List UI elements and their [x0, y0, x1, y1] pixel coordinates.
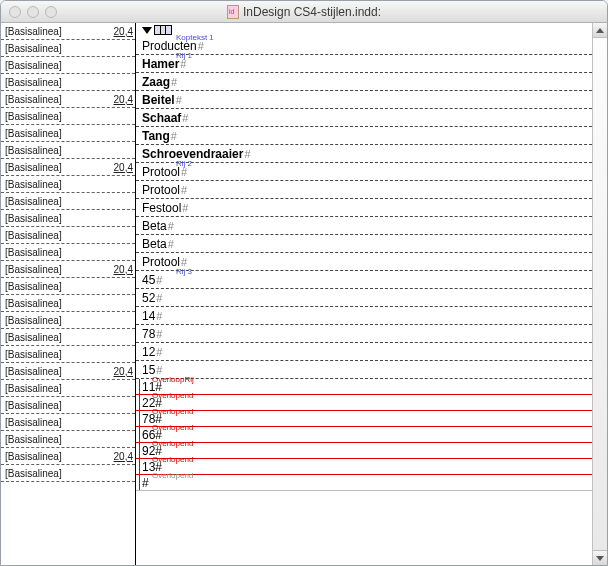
overset-row[interactable]: 92#Overlopend	[136, 443, 607, 459]
cell-text: 78	[142, 327, 155, 341]
end-marker: #	[176, 94, 182, 106]
table-row[interactable]: Beta#	[136, 217, 607, 235]
table-row[interactable]: Beta#	[136, 235, 607, 253]
style-row: [Basisalinea]20,4	[1, 363, 135, 380]
cell-text: Beta	[142, 219, 167, 233]
style-label: [Basisalinea]	[5, 383, 62, 394]
overset-row[interactable]: #Overlopend	[136, 475, 607, 491]
table-row[interactable]: 14#	[136, 307, 607, 325]
style-row: [Basisalinea]	[1, 346, 135, 363]
table-row[interactable]: Protool#	[136, 181, 607, 199]
overset-annotation: Overlopend	[152, 439, 193, 448]
end-marker: #	[142, 476, 149, 490]
style-label: [Basisalinea]	[5, 247, 62, 258]
end-marker: #	[181, 256, 187, 268]
style-label: [Basisalinea]	[5, 434, 62, 445]
end-marker: #	[156, 346, 162, 358]
titlebar[interactable]: InDesign CS4-stijlen.indd:	[1, 1, 607, 23]
minimize-icon[interactable]	[27, 6, 39, 18]
style-row: [Basisalinea]	[1, 431, 135, 448]
table-row[interactable]: 52#	[136, 289, 607, 307]
close-icon[interactable]	[9, 6, 21, 18]
style-row: [Basisalinea]	[1, 142, 135, 159]
overset-row[interactable]: 22#Overlopend	[136, 395, 607, 411]
overset-row[interactable]: 78#Overlopend	[136, 411, 607, 427]
overset-annotation: Overlopend	[152, 471, 193, 480]
style-label: [Basisalinea]	[5, 77, 62, 88]
document-rows: Producten#Koptekst 1Hamer#Rij 1Zaag#Beit…	[136, 37, 607, 491]
style-label: [Basisalinea]	[5, 196, 62, 207]
cell-text: 14	[142, 309, 155, 323]
style-row: [Basisalinea]	[1, 210, 135, 227]
style-row: [Basisalinea]20,4	[1, 91, 135, 108]
style-row: [Basisalinea]	[1, 227, 135, 244]
zoom-icon[interactable]	[45, 6, 57, 18]
overset-row[interactable]: 11#OverloopRij	[136, 379, 607, 395]
table-row[interactable]: Schroevendraaier#	[136, 145, 607, 163]
table-row[interactable]: Zaag#	[136, 73, 607, 91]
table-row[interactable]: Beitel#	[136, 91, 607, 109]
style-label: [Basisalinea]	[5, 400, 62, 411]
table-row[interactable]: Producten#Koptekst 1	[136, 37, 607, 55]
style-row: [Basisalinea]20,4	[1, 448, 135, 465]
table-row[interactable]: Festool#	[136, 199, 607, 217]
style-row: [Basisalinea]	[1, 57, 135, 74]
table-row[interactable]: Tang#	[136, 127, 607, 145]
cell-text: Beitel	[142, 93, 175, 107]
table-row[interactable]: Protool#	[136, 253, 607, 271]
cell-text: Protool	[142, 183, 180, 197]
table-icon	[154, 25, 172, 35]
style-label: [Basisalinea]	[5, 43, 62, 54]
style-label: [Basisalinea]	[5, 349, 62, 360]
style-row: [Basisalinea]	[1, 74, 135, 91]
cell-text: Zaag	[142, 75, 170, 89]
table-row[interactable]: 15#	[136, 361, 607, 379]
scroll-up-icon[interactable]	[593, 23, 607, 38]
styles-panel: [Basisalinea]20,4[Basisalinea][Basisalin…	[1, 23, 136, 565]
table-row[interactable]: Hamer#Rij 1	[136, 55, 607, 73]
cell-text: Protool	[142, 255, 180, 269]
disclosure-triangle-icon[interactable]	[142, 27, 152, 34]
end-marker: #	[244, 148, 250, 160]
style-row: [Basisalinea]	[1, 244, 135, 261]
style-number: 20,4	[114, 366, 133, 377]
title-center: InDesign CS4-stijlen.indd:	[1, 5, 607, 19]
overset-annotation: Overlopend	[152, 391, 193, 400]
end-marker: #	[171, 130, 177, 142]
row-annotation: Rij 2	[176, 159, 192, 168]
table-row[interactable]: 45#Rij 3	[136, 271, 607, 289]
style-label: [Basisalinea]	[5, 128, 62, 139]
document-icon	[227, 5, 239, 19]
overset-row[interactable]: 66#Overlopend	[136, 427, 607, 443]
end-marker: #	[156, 364, 162, 376]
overset-annotation: OverloopRij	[152, 375, 194, 384]
end-marker: #	[156, 328, 162, 340]
end-marker: #	[168, 220, 174, 232]
style-label: [Basisalinea]	[5, 366, 62, 377]
style-row: [Basisalinea]	[1, 125, 135, 142]
row-annotation: Koptekst 1	[176, 33, 214, 42]
table-row[interactable]: Protool#Rij 2	[136, 163, 607, 181]
style-row: [Basisalinea]	[1, 380, 135, 397]
style-label: [Basisalinea]	[5, 332, 62, 343]
style-row: [Basisalinea]20,4	[1, 23, 135, 40]
style-row: [Basisalinea]	[1, 295, 135, 312]
table-row[interactable]: 12#	[136, 343, 607, 361]
table-row[interactable]: 78#	[136, 325, 607, 343]
style-label: [Basisalinea]	[5, 281, 62, 292]
style-row: [Basisalinea]	[1, 329, 135, 346]
scroll-down-icon[interactable]	[593, 550, 607, 565]
end-marker: #	[168, 238, 174, 250]
style-label: [Basisalinea]	[5, 213, 62, 224]
table-row[interactable]: Schaaf#	[136, 109, 607, 127]
style-label: [Basisalinea]	[5, 60, 62, 71]
style-row: [Basisalinea]	[1, 176, 135, 193]
style-row: [Basisalinea]	[1, 312, 135, 329]
style-label: [Basisalinea]	[5, 111, 62, 122]
style-label: [Basisalinea]	[5, 230, 62, 241]
style-row: [Basisalinea]	[1, 465, 135, 482]
overset-row[interactable]: 13#Overlopend	[136, 459, 607, 475]
style-label: [Basisalinea]	[5, 468, 62, 479]
style-number: 20,4	[114, 264, 133, 275]
vertical-scrollbar[interactable]	[592, 23, 607, 565]
